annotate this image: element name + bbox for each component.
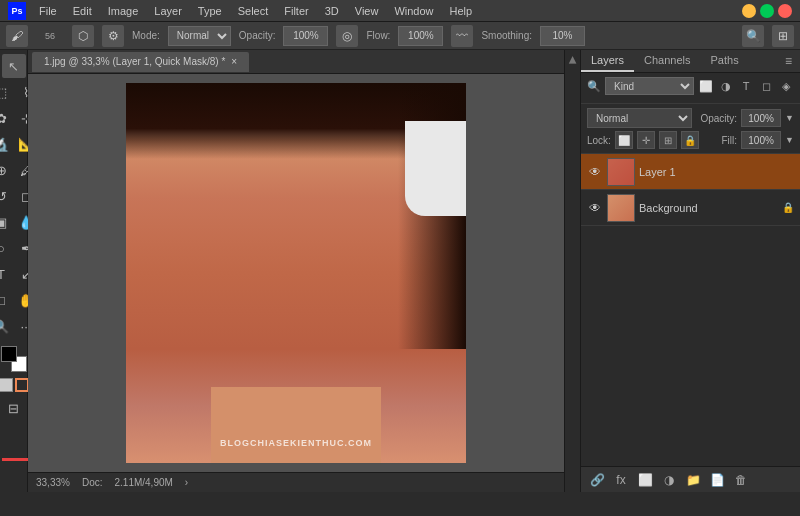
opacity-input[interactable] — [283, 26, 328, 46]
zoom-tool[interactable]: 🔍 — [0, 314, 13, 338]
lock-position-button[interactable]: ✛ — [637, 131, 655, 149]
tab-close-button[interactable]: × — [231, 56, 237, 67]
type-filter-icon[interactable]: T — [738, 78, 754, 94]
rectangle-tool[interactable]: □ — [0, 288, 13, 312]
kind-section: 🔍 Kind ⬜ ◑ T ◻ ◈ — [581, 73, 800, 104]
left-toolbar: ↖ ⬚ ⌇ ✿ ⊹ 🔬 📐 ⊕ 🖊 ↺ ◻ ▣ 💧 ○ ✒ T — [0, 50, 28, 492]
move-tool[interactable]: ↖ — [2, 54, 26, 78]
panel-menu-icon[interactable]: ≡ — [777, 50, 800, 72]
search-button[interactable]: 🔍 — [742, 25, 764, 47]
adjustment-filter-icon[interactable]: ◑ — [718, 78, 734, 94]
lock-artboard-button[interactable]: ⊞ — [659, 131, 677, 149]
zoom-level: 33,33% — [36, 477, 70, 488]
flow-label: Flow: — [366, 30, 390, 41]
panel-bottom-icons-left: 🔗 fx ⬜ ◑ 📁 📄 🗑 — [587, 470, 751, 490]
options-bar: 🖌 56 ⬡ ⚙ Mode: Normal Opacity: ◎ Flow: 〰… — [0, 22, 800, 50]
opacity-label: Opacity: — [239, 30, 276, 41]
opacity-label: Opacity: — [700, 113, 737, 124]
layout-icon[interactable]: ⊞ — [772, 25, 794, 47]
fill-input[interactable] — [741, 131, 781, 149]
title-bar: Ps File Edit Image Layer Type Select Fil… — [0, 0, 800, 22]
menu-file[interactable]: File — [32, 3, 64, 19]
new-group-button[interactable]: 📁 — [683, 470, 703, 490]
tab-paths[interactable]: Paths — [701, 50, 749, 72]
panel-bottom-bar: 🔗 fx ⬜ ◑ 📁 📄 🗑 — [581, 466, 800, 492]
layer-1-thumbnail — [607, 194, 635, 222]
color-swatches[interactable] — [1, 346, 27, 372]
shape-filter-icon[interactable]: ◻ — [758, 78, 774, 94]
tab-layers[interactable]: Layers — [581, 50, 634, 72]
blend-mode-select[interactable]: Normal — [587, 108, 692, 128]
quick-mask-button[interactable] — [15, 378, 29, 392]
smoothing-label: Smoothing: — [481, 30, 532, 41]
menu-image[interactable]: Image — [101, 3, 146, 19]
close-button[interactable] — [778, 4, 792, 18]
heal-tool[interactable]: ⊕ — [0, 158, 13, 182]
search-icon: 🔍 — [587, 80, 601, 93]
menu-edit[interactable]: Edit — [66, 3, 99, 19]
tab-channels[interactable]: Channels — [634, 50, 700, 72]
layer-0-visibility[interactable]: 👁 — [587, 165, 603, 179]
doc-label: Doc: — [82, 477, 103, 488]
menu-filter[interactable]: Filter — [277, 3, 315, 19]
mode-label: Mode: — [132, 30, 160, 41]
layer-item-0[interactable]: 👁 Layer 1 — [581, 154, 800, 190]
kind-select[interactable]: Kind — [605, 77, 694, 95]
layer-1-visibility[interactable]: 👁 — [587, 201, 603, 215]
foreground-color-swatch[interactable] — [1, 346, 17, 362]
canvas-container[interactable]: BLOGCHIASEKIENTHUC.COM — [28, 74, 564, 472]
type-tool[interactable]: T — [0, 262, 13, 286]
search-row: 🔍 Kind ⬜ ◑ T ◻ ◈ — [587, 77, 794, 95]
pixel-filter-icon[interactable]: ⬜ — [698, 78, 714, 94]
quick-select-tool[interactable]: ✿ — [0, 106, 13, 130]
lock-pixels-button[interactable]: ⬜ — [615, 131, 633, 149]
canvas-image: BLOGCHIASEKIENTHUC.COM — [126, 83, 466, 463]
delete-layer-button[interactable]: 🗑 — [731, 470, 751, 490]
title-bar-left: Ps File Edit Image Layer Type Select Fil… — [8, 2, 479, 20]
menu-3d[interactable]: 3D — [318, 3, 346, 19]
status-bar: 33,33% Doc: 2.11M/4,90M › — [28, 472, 564, 492]
lock-all-button[interactable]: 🔒 — [681, 131, 699, 149]
airbrush-icon[interactable]: ◎ — [336, 25, 358, 47]
link-layers-button[interactable]: 🔗 — [587, 470, 607, 490]
normal-mode-button[interactable] — [0, 378, 13, 392]
history-brush-tool[interactable]: ↺ — [0, 184, 13, 208]
document-tab[interactable]: 1.jpg @ 33,3% (Layer 1, Quick Mask/8) * … — [32, 52, 249, 72]
brush-tool-icon[interactable]: 🖌 — [6, 25, 28, 47]
add-mask-button[interactable]: ⬜ — [635, 470, 655, 490]
menu-type[interactable]: Type — [191, 3, 229, 19]
opacity-input[interactable] — [741, 109, 781, 127]
blend-section: Normal Opacity: ▼ Lock: ⬜ ✛ ⊞ 🔒 Fill: ▼ — [581, 104, 800, 154]
new-adjustment-button[interactable]: ◑ — [659, 470, 679, 490]
mode-select[interactable]: Normal — [168, 26, 231, 46]
smoothing-icon[interactable]: 〰 — [451, 25, 473, 47]
lock-label: Lock: — [587, 135, 611, 146]
gradient-tool[interactable]: ▣ — [0, 210, 13, 234]
status-arrow[interactable]: › — [185, 477, 188, 488]
eyedropper-tool[interactable]: 🔬 — [0, 132, 13, 156]
layer-item-1[interactable]: 👁 Background 🔒 — [581, 190, 800, 226]
mode-buttons — [0, 378, 29, 392]
fx-button[interactable]: fx — [611, 470, 631, 490]
dodge-tool[interactable]: ○ — [0, 236, 13, 260]
marquee-tool[interactable]: ⬚ — [0, 80, 13, 104]
collapse-arrow[interactable]: ◀ — [567, 56, 578, 64]
menu-layer[interactable]: Layer — [147, 3, 189, 19]
menu-help[interactable]: Help — [443, 3, 480, 19]
menu-select[interactable]: Select — [231, 3, 276, 19]
new-layer-button[interactable]: 📄 — [707, 470, 727, 490]
menu-view[interactable]: View — [348, 3, 386, 19]
layer-1-name: Background — [639, 202, 778, 214]
minimize-button[interactable] — [742, 4, 756, 18]
brush-preset-icon[interactable]: ⬡ — [72, 25, 94, 47]
menu-window[interactable]: Window — [387, 3, 440, 19]
doc-size: 2.11M/4,90M — [114, 477, 172, 488]
screen-mode-button[interactable]: ⊟ — [2, 396, 26, 420]
smoothing-input[interactable] — [540, 26, 585, 46]
layer-1-lock-icon: 🔒 — [782, 202, 794, 213]
brush-settings-icon[interactable]: ⚙ — [102, 25, 124, 47]
maximize-button[interactable] — [760, 4, 774, 18]
opacity-arrow-icon: ▼ — [785, 113, 794, 123]
flow-input[interactable] — [398, 26, 443, 46]
smart-filter-icon[interactable]: ◈ — [778, 78, 794, 94]
